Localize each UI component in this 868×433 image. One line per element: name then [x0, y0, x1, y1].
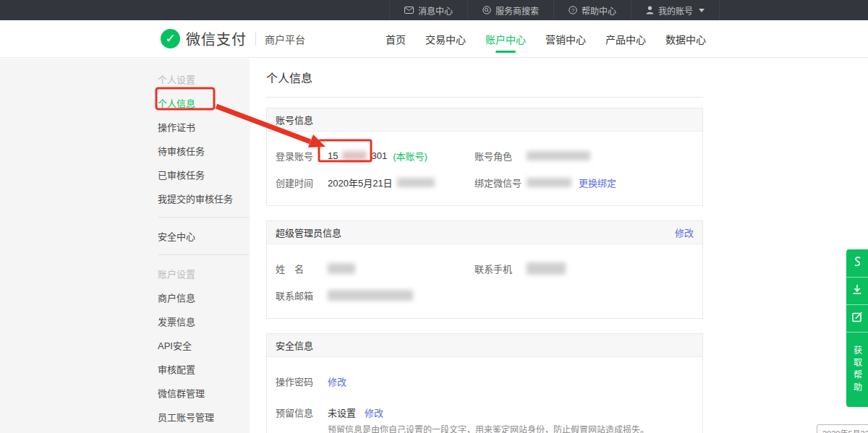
reserved-edit-link[interactable]: 修改: [365, 406, 383, 419]
nav-transaction-center[interactable]: 交易中心: [425, 20, 466, 57]
title-divider: [266, 97, 703, 98]
link-icon: [852, 256, 862, 270]
sidebar-item-wechat-group-mgmt[interactable]: 微信群管理: [158, 381, 250, 405]
floating-toolbar: 获取帮助: [846, 249, 868, 407]
mail-icon: [404, 7, 414, 14]
masked-contact-phone: [527, 262, 566, 275]
sidebar-item-pending-review-tasks[interactable]: 待审核任务: [158, 139, 250, 163]
masked-login-middle: [342, 151, 367, 160]
login-account-suffix: 301: [371, 150, 387, 161]
login-account-label: 登录账号: [276, 149, 328, 163]
primary-nav: 首页 交易中心 账户中心 营销中心 产品中心 数据中心: [386, 20, 706, 57]
account-info-section: 账号信息 登录账号 15301 (本账号) 账号角色: [266, 108, 703, 206]
super-admin-section: 超级管理员信息 修改 姓 名 联系手机: [266, 220, 703, 319]
sidebar-item-operation-cert[interactable]: 操作证书: [158, 115, 250, 139]
topbar-item-label: 消息中心: [418, 4, 453, 17]
sidebar-item-staff-account-mgmt[interactable]: 员工账号管理: [158, 405, 250, 429]
page-title: 个人信息: [266, 69, 703, 86]
reserved-info-label: 预留信息: [276, 406, 328, 419]
topbar-item-label: 帮助中心: [582, 4, 616, 17]
nav-product-center[interactable]: 产品中心: [605, 20, 646, 57]
main-content: 个人信息 账号信息 登录账号 15301 (本账号): [266, 69, 703, 433]
sidebar-item-reviewed-tasks[interactable]: 已审核任务: [158, 163, 250, 187]
masked-admin-name: [328, 263, 355, 274]
edit-icon: [852, 312, 863, 325]
topbar-provider-search[interactable]: 服务商搜索: [467, 0, 553, 20]
topbar-item-label: 服务商搜索: [495, 4, 539, 17]
sidebar-item-review-config[interactable]: 审核配置: [158, 357, 250, 381]
nav-marketing-center[interactable]: 营销中心: [545, 20, 586, 57]
sidebar-item-api-security[interactable]: API安全: [158, 333, 250, 357]
created-time-value: 2020年5月21日: [328, 176, 435, 189]
super-admin-section-header: 超级管理员信息 修改: [267, 221, 702, 244]
section-title: 安全信息: [276, 338, 313, 352]
topbar-item-label: 我的账号: [658, 4, 693, 17]
brand-name: 微信支付: [186, 28, 247, 49]
created-date: 2020年5月21日: [328, 176, 393, 189]
search-icon: [482, 6, 491, 14]
portal-name: 商户平台: [265, 32, 305, 46]
sidebar-item-security-center[interactable]: 安全中心: [158, 224, 250, 248]
sidebar-item-merchant-info[interactable]: 商户信息: [158, 286, 250, 309]
change-binding-link[interactable]: 更换绑定: [579, 176, 616, 189]
nav-data-center[interactable]: 数据中心: [665, 20, 706, 57]
topbar-message-center[interactable]: 消息中心: [389, 0, 467, 20]
download-button[interactable]: [846, 277, 868, 304]
sidebar-divider: [158, 217, 250, 218]
masked-created-time: [397, 178, 435, 187]
date-stamp: 2020年5月22日: [817, 424, 868, 433]
user-icon: [646, 6, 654, 14]
site-header: ✓ 微信支付 商户平台 首页 交易中心 账户中心 营销中心 产品中心 数据中心: [0, 20, 868, 58]
reserved-info-value: 未设置: [328, 406, 356, 419]
svg-text:?: ?: [571, 7, 574, 14]
login-account-prefix: 15: [328, 150, 338, 161]
security-info-section: 安全信息 操作密码 修改 预留信息 未设置 修改: [266, 333, 703, 433]
chevron-down-icon: [699, 9, 705, 12]
logo-divider: [255, 33, 256, 46]
link-shortcut-button[interactable]: [846, 249, 868, 277]
reserved-info-tips: 预留信息是由你自己设置的一段文字，用来鉴定网站身份，防止假冒网站造成损失。 配置…: [328, 424, 694, 433]
sidebar-group-personal-settings: 个人设置: [158, 67, 250, 91]
question-icon: ?: [569, 6, 577, 14]
logo[interactable]: ✓ 微信支付 商户平台: [161, 28, 305, 49]
sidebar-divider: [158, 254, 250, 255]
account-info-section-header: 账号信息: [267, 108, 702, 132]
tip-line: 预留信息是由你自己设置的一段文字，用来鉴定网站身份，防止假冒网站造成损失。: [328, 424, 694, 433]
get-help-label: 获取帮助: [851, 346, 864, 395]
bound-wechat-label: 绑定微信号: [475, 176, 527, 189]
security-info-body: 操作密码 修改 预留信息 未设置 修改 预留信息是由你自己设置的一段文字，用来鉴…: [267, 357, 702, 433]
sidebar: 个人设置 个人信息 操作证书 待审核任务 已审核任务 我提交的审核任务 安全中心…: [158, 64, 250, 433]
topbar-help-center[interactable]: ? 帮助中心: [553, 0, 631, 20]
created-time-label: 创建时间: [276, 176, 328, 189]
page: 消息中心 服务商搜索 ? 帮助中心 我的账号 ✓ 微信支付 商户: [0, 0, 868, 433]
nav-home[interactable]: 首页: [386, 20, 406, 57]
utility-topbar: 消息中心 服务商搜索 ? 帮助中心 我的账号: [0, 0, 868, 20]
admin-name-label: 姓 名: [276, 262, 328, 275]
sidebar-group-account-settings: 账户设置: [158, 262, 250, 286]
masked-account-role: [527, 151, 590, 160]
nav-account-center[interactable]: 账户中心: [485, 20, 526, 57]
sidebar-item-face-smart-device[interactable]: 刷脸智能设备: [158, 429, 250, 433]
super-admin-body: 姓 名 联系手机 联系邮箱: [267, 244, 702, 318]
sidebar-item-my-submitted-tasks[interactable]: 我提交的审核任务: [158, 187, 250, 210]
account-role-label: 账号角色: [475, 149, 527, 163]
sidebar-item-personal-info[interactable]: 个人信息: [158, 91, 250, 115]
feedback-button[interactable]: [846, 304, 868, 332]
topbar-my-account[interactable]: 我的账号: [631, 0, 720, 20]
account-info-body: 登录账号 15301 (本账号) 账号角色 创: [267, 132, 702, 205]
body-area: 个人设置 个人信息 操作证书 待审核任务 已审核任务 我提交的审核任务 安全中心…: [0, 59, 868, 433]
section-title: 超级管理员信息: [276, 226, 341, 239]
password-edit-link[interactable]: 修改: [328, 374, 346, 388]
masked-wechat-id: [527, 178, 571, 187]
admin-edit-link[interactable]: 修改: [675, 226, 694, 239]
contact-email-label: 联系邮箱: [276, 288, 328, 302]
contact-phone-label: 联系手机: [475, 262, 527, 275]
sidebar-item-invoice-info[interactable]: 发票信息: [158, 309, 250, 333]
login-account-value: 15301: [328, 150, 387, 161]
wechat-pay-logo-icon: ✓: [161, 29, 180, 48]
security-info-section-header: 安全信息: [267, 334, 702, 357]
download-icon: [852, 284, 862, 298]
section-title: 账号信息: [276, 113, 313, 127]
get-help-button[interactable]: 获取帮助: [846, 332, 868, 407]
masked-contact-email: [328, 290, 413, 301]
